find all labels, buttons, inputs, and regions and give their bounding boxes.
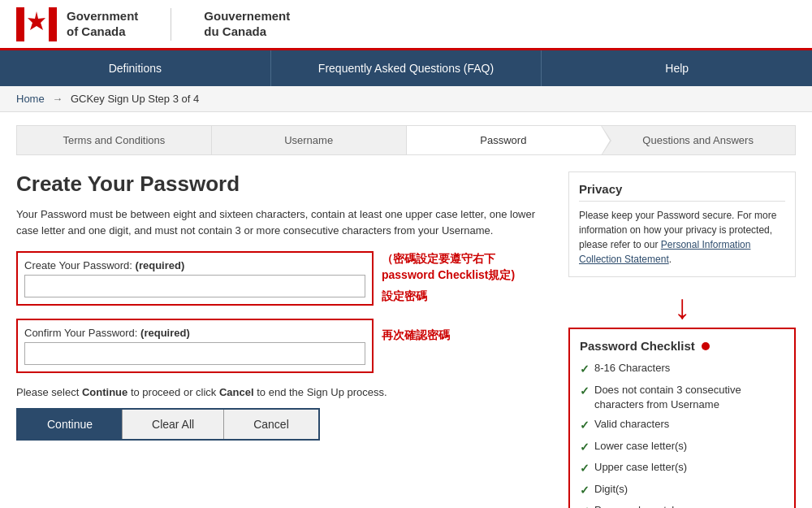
checklist-dot xyxy=(702,342,710,350)
form-section: Create Your Password Your Password must … xyxy=(16,172,552,508)
tab-terms[interactable]: Terms and Conditions xyxy=(17,126,212,154)
checklist-item-5: ✓ Digit(s) xyxy=(580,482,784,499)
canada-flag-icon xyxy=(16,7,57,41)
tab-questions[interactable]: Questions and Answers xyxy=(601,126,795,154)
gov-text-french: Gouvernement du Canada xyxy=(204,8,290,41)
cancel-button[interactable]: Cancel xyxy=(224,410,318,439)
checklist-box: Password Checklist ✓ 8-16 Characters ✓ D… xyxy=(568,328,796,508)
check-icon-2: ✓ xyxy=(580,418,590,434)
password-label: Create Your Password: (required) xyxy=(24,259,365,271)
password-input[interactable] xyxy=(24,275,365,297)
check-icon-5: ✓ xyxy=(580,483,590,499)
header-divider xyxy=(171,8,171,41)
checklist-item-1: ✓ Does not contain 3 consecutive charact… xyxy=(580,383,784,412)
main-content: Create Your Password Your Password must … xyxy=(0,155,812,508)
confirm-password-input[interactable] xyxy=(24,342,365,365)
buttons-description: Please select Continue to proceed or cli… xyxy=(16,386,552,398)
breadcrumb: Home → GCKey Sign Up Step 3 of 4 xyxy=(0,86,812,112)
arrow-down-icon: ↓ xyxy=(568,290,796,324)
tab-password[interactable]: Password xyxy=(407,126,602,154)
annotation-label: 設定密碼 xyxy=(382,289,552,304)
check-icon-6: ✓ xyxy=(580,504,590,508)
breadcrumb-current: GCKey Sign Up Step 3 of 4 xyxy=(71,93,199,105)
logo-container: Government of Canada Gouvernement du Can… xyxy=(16,7,290,41)
privacy-title: Privacy xyxy=(579,182,785,202)
gov-text-english: Government of Canada xyxy=(67,8,138,41)
button-row: Continue Clear All Cancel xyxy=(16,408,320,441)
arrow-container: ↓ xyxy=(568,290,796,324)
nav-help[interactable]: Help xyxy=(542,50,812,86)
privacy-box: Privacy Please keep your Password secure… xyxy=(568,172,796,277)
check-icon-3: ✓ xyxy=(580,440,590,456)
confirm-password-field-group: Confirm Your Password: (required) xyxy=(16,319,374,373)
right-panel: Privacy Please keep your Password secure… xyxy=(568,172,796,508)
nav-definitions[interactable]: Definitions xyxy=(0,50,271,86)
checklist-item-6: ✓ Passwords match xyxy=(580,503,784,508)
privacy-text: Please keep your Password secure. For mo… xyxy=(579,208,785,267)
checklist-item-3: ✓ Lower case letter(s) xyxy=(580,439,784,456)
checklist-item-4: ✓ Upper case letter(s) xyxy=(580,460,784,477)
clear-all-button[interactable]: Clear All xyxy=(123,410,224,439)
password-field-group: Create Your Password: (required) xyxy=(16,251,374,306)
svg-rect-0 xyxy=(16,7,24,41)
confirm-password-label: Confirm Your Password: (required) xyxy=(24,327,365,339)
nav-bar: Definitions Frequently Asked Questions (… xyxy=(0,50,812,86)
checklist-item-2: ✓ Valid characters xyxy=(580,417,784,434)
breadcrumb-home[interactable]: Home xyxy=(16,93,45,105)
checklist-header: Password Checklist xyxy=(580,339,784,353)
annotation-confirm: 再次確認密碼 xyxy=(382,328,552,343)
svg-rect-1 xyxy=(49,7,57,41)
check-icon-1: ✓ xyxy=(580,384,590,400)
nav-faq[interactable]: Frequently Asked Questions (FAQ) xyxy=(271,50,542,86)
page-title: Create Your Password xyxy=(16,172,552,197)
form-fields: Create Your Password: (required) Confirm… xyxy=(16,251,374,386)
gov-text-container: Government of Canada Gouvernement du Can… xyxy=(67,8,290,41)
continue-button[interactable]: Continue xyxy=(18,410,123,439)
form-description: Your Password must be between eight and … xyxy=(16,206,552,238)
annotation-note-top: （密碼設定要遵守右下 password Checklist規定) xyxy=(382,251,552,283)
tab-username[interactable]: Username xyxy=(212,126,407,154)
checklist-item-0: ✓ 8-16 Characters xyxy=(580,361,784,378)
check-icon-4: ✓ xyxy=(580,461,590,477)
breadcrumb-arrow: → xyxy=(52,93,63,105)
checklist-wrapper: Password Checklist ✓ 8-16 Characters ✓ D… xyxy=(568,328,796,508)
step-tabs: Terms and Conditions Username Password Q… xyxy=(16,125,796,155)
annotations-col: （密碼設定要遵守右下 password Checklist規定) 設定密碼 再次… xyxy=(374,251,552,386)
site-header: Government of Canada Gouvernement du Can… xyxy=(0,0,812,50)
check-icon-0: ✓ xyxy=(580,362,590,378)
